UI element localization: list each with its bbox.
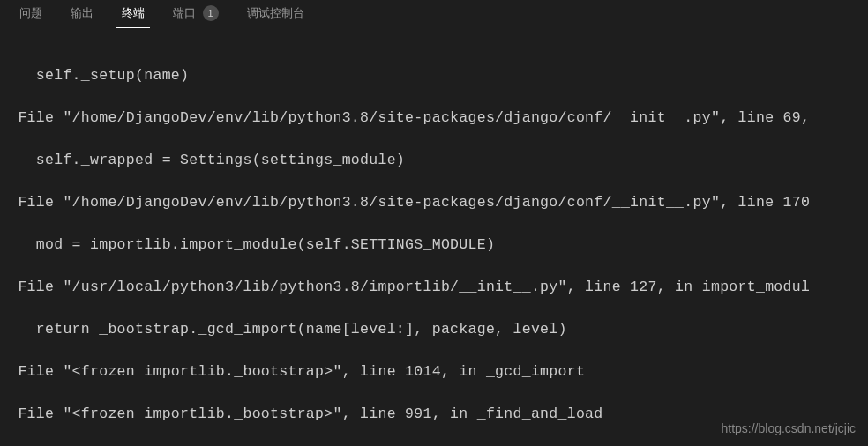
tab-problems[interactable]: 问题	[5, 2, 56, 25]
traceback-line: File "<frozen importlib._bootstrap>", li…	[0, 361, 868, 383]
traceback-line: self._setup(name)	[0, 65, 868, 86]
traceback-line: File "/usr/local/python3/lib/python3.8/i…	[0, 277, 868, 298]
watermark: https://blog.csdn.net/jcjic	[721, 421, 856, 435]
tab-output[interactable]: 输出	[56, 2, 108, 25]
tab-terminal[interactable]: 终端	[108, 2, 159, 25]
tab-ports-label: 端口	[173, 6, 196, 19]
traceback-line: File "/home/DjangoDev/env/lib/python3.8/…	[0, 108, 868, 129]
tab-debug-console[interactable]: 调试控制台	[233, 2, 318, 25]
traceback-line: File "/home/DjangoDev/env/lib/python3.8/…	[0, 192, 868, 213]
tab-ports[interactable]: 端口 1	[159, 2, 233, 25]
terminal-output[interactable]: self._setup(name) File "/home/DjangoDev/…	[0, 26, 868, 446]
traceback-line: self._wrapped = Settings(settings_module…	[0, 150, 868, 171]
traceback-line: mod = importlib.import_module(self.SETTI…	[0, 234, 868, 256]
panel-tabs: 问题 输出 终端 端口 1 调试控制台	[0, 0, 868, 26]
ports-badge: 1	[203, 5, 219, 21]
traceback-line: return _bootstrap._gcd_import(name[level…	[0, 319, 868, 340]
